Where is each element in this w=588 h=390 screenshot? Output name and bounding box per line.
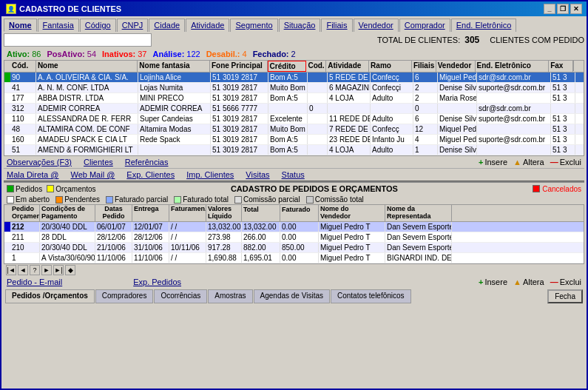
cell-fone: 51 3019 2817 <box>211 83 268 93</box>
cell-cod2 <box>308 114 328 124</box>
web-mail-link[interactable]: Web Mail @ <box>70 170 115 179</box>
col-email: End. Eletrônico <box>476 61 550 72</box>
tab-atividade[interactable]: Atividade <box>186 19 229 32</box>
pedido-email-link[interactable]: Pedido - E-mail <box>7 278 62 286</box>
bottom-tab-agendas[interactable]: Agendas de Visitas <box>254 289 330 303</box>
cell-credito: Bom A:5 <box>268 73 308 82</box>
cell-ramo <box>371 104 413 113</box>
close-button[interactable]: ✕ <box>570 4 582 14</box>
nav-last[interactable]: ►| <box>53 265 64 275</box>
table-row[interactable]: 177 ABBA DISTR. LTDA MINI PRECO 51 3019 … <box>4 93 584 104</box>
search-input[interactable] <box>4 33 152 47</box>
cell-email: suporte@sdr.com.br <box>477 135 551 144</box>
orders-row[interactable]: 210 20/30/40 DDL 21/10/06 31/10/06 10/11… <box>4 243 584 253</box>
orders-row[interactable]: 211 28 DDL 28/12/06 28/12/06 / / 273.98 … <box>4 232 584 243</box>
table-row[interactable]: 90 A. A. OLIVEIRA & CIA. S/A. Lojinha Al… <box>4 73 584 83</box>
title-bar: 👤 CADASTRO DE CLIENTES _ ❐ ✕ <box>1 1 587 16</box>
tab-cidade[interactable]: Cidade <box>149 19 185 32</box>
bottom-tab-contatos[interactable]: Contatos telefônicos <box>331 289 411 303</box>
cell-vendedor-orders: Miguel Pedro T <box>319 253 385 263</box>
cell-total: 266.00 <box>242 232 280 242</box>
stat-inativo: Inativos: 37 <box>102 50 146 58</box>
cell-vendedor-orders: Miguel Pedro T <box>319 232 385 242</box>
col-atividade: Atividade <box>326 61 369 72</box>
cell-fantasia: Altamira Modas <box>138 124 211 134</box>
nav-next[interactable]: ► <box>41 265 52 275</box>
cell-fantasia: MINI PRECO <box>138 93 211 103</box>
mala-direta-link[interactable]: Mala Direta @ <box>7 170 58 179</box>
clientes-link[interactable]: Clientes <box>84 158 113 167</box>
altera-button-orders[interactable]: ▲ Altera <box>513 278 544 286</box>
tab-comprador[interactable]: Comprador <box>399 19 450 32</box>
visitas-link[interactable]: Visitas <box>246 170 269 179</box>
cell-cod: 110 <box>10 114 36 124</box>
nav-extra[interactable]: ◆ <box>65 265 75 275</box>
orders-row[interactable]: 212 20/30/40 DDL 06/01/07 12/01/07 / / 1… <box>4 222 584 232</box>
exclui-button-orders[interactable]: — Exclui <box>550 278 581 286</box>
referencias-link[interactable]: Referências <box>125 158 169 167</box>
minus-icon-orders: — <box>550 278 558 286</box>
exp-clientes-link[interactable]: Exp. Clientes <box>126 170 175 179</box>
bottom-tab-pedidos[interactable]: Pedidos /Orçamentos <box>5 289 95 303</box>
exp-pedidos-link[interactable]: Exp. Pedidos <box>133 278 181 286</box>
insere-button-1[interactable]: + Insere <box>479 158 507 167</box>
tab-segmento[interactable]: Segmento <box>230 19 277 32</box>
stat-fechado: Fechado: 2 <box>253 50 296 58</box>
exclui-button-1[interactable]: — Exclui <box>550 158 581 167</box>
imp-clientes-link[interactable]: Imp. Clientes <box>186 170 234 179</box>
bottom-tab-amostras[interactable]: Amostras <box>208 289 252 303</box>
tab-vendedor[interactable]: Vendedor <box>354 19 399 32</box>
nav-next-small[interactable]: ? <box>30 265 40 275</box>
bottom-tab-ocorrencias[interactable]: Ocorrências <box>154 289 207 303</box>
minimize-button[interactable]: _ <box>544 4 555 14</box>
cell-ramo: Adulto <box>371 145 413 155</box>
tab-codigo[interactable]: Código <box>80 19 116 32</box>
altera-button-1[interactable]: ▲ Altera <box>513 158 544 167</box>
cancel-color <box>533 185 540 192</box>
tab-situacao[interactable]: Situação <box>279 19 321 32</box>
bottom-tab-compradores[interactable]: Compradores <box>95 289 154 303</box>
table-row[interactable]: 110 ALESSANDRA DE R. FERR Super Candeias… <box>4 114 584 124</box>
minus-icon: — <box>550 158 558 167</box>
table-row[interactable]: 160 AMADEU SPACK E CIA LT Rede Spack 51 … <box>4 135 584 145</box>
filter-checkbox-fat-parcial[interactable] <box>106 196 113 204</box>
triangle-icon-orders: ▲ <box>513 278 521 286</box>
nav-first[interactable]: |◄ <box>6 265 16 275</box>
altera-label-1: Altera <box>523 158 544 167</box>
orders-row-indicator <box>4 253 10 263</box>
tab-cnpj[interactable]: CNPJ <box>117 19 149 32</box>
table-row[interactable]: 48 ALTAMIRA COM. DE CONF Altamira Modas … <box>4 124 584 135</box>
nav-prev[interactable]: ◄ <box>18 265 28 275</box>
cell-faturado: 850.00 <box>280 243 319 252</box>
tab-nome[interactable]: Nome <box>4 19 37 32</box>
status-link[interactable]: Status <box>282 170 305 179</box>
cell-ped-date: 06/01/07 <box>95 222 132 232</box>
table-row[interactable]: 312 ADEMIR CORREA ADEMIR CORREA 51 5666 … <box>4 104 584 114</box>
cell-fone: 51 3019 2817 <box>211 124 268 134</box>
cell-faturamen: / / <box>169 232 206 242</box>
restore-button[interactable]: ❐ <box>557 4 569 14</box>
orders-row[interactable]: 1 A Vista/30/60/90 d 11/10/06 11/10/06 /… <box>4 253 584 263</box>
cell-atividade: 4 LOJA <box>328 145 371 155</box>
filter-pendentes: Pendentes <box>55 195 100 204</box>
filter-checkbox-com-total[interactable] <box>306 196 314 204</box>
cell-ramo: Infanto Ju <box>371 135 413 144</box>
cell-fone: 51 3019 2817 <box>211 114 268 124</box>
table-row[interactable]: 41 A. N. M. CONF. LTDA Lojas Numita 51 3… <box>4 83 584 93</box>
observacoes-link[interactable]: Observações (F3) <box>7 158 72 167</box>
filter-checkbox-aberto[interactable] <box>7 196 14 204</box>
col-nome: Nome <box>36 61 138 72</box>
fecha-button[interactable]: Fecha <box>547 289 583 303</box>
tab-end-eletronico[interactable]: End. Eletrônico <box>451 19 517 32</box>
insere-button-orders[interactable]: + Insere <box>479 278 507 286</box>
cell-cod: 312 <box>10 104 36 113</box>
filter-checkbox-fat-total[interactable] <box>174 196 181 204</box>
table-row[interactable]: 51 AMEND & FORMIGHIERI LT 51 3019 2817 B… <box>4 145 584 155</box>
cell-ped-date: 11/10/06 <box>95 253 132 263</box>
col-pedido: PedidoOrçamento <box>10 205 40 221</box>
title-bar-left: 👤 CADASTRO DE CLIENTES <box>6 4 121 14</box>
tab-filiais[interactable]: Filiais <box>321 19 352 32</box>
tab-fantasia[interactable]: Fantasia <box>38 19 79 32</box>
filter-checkbox-com-parcial[interactable] <box>234 196 242 204</box>
filter-checkbox-pendentes[interactable] <box>55 196 63 204</box>
